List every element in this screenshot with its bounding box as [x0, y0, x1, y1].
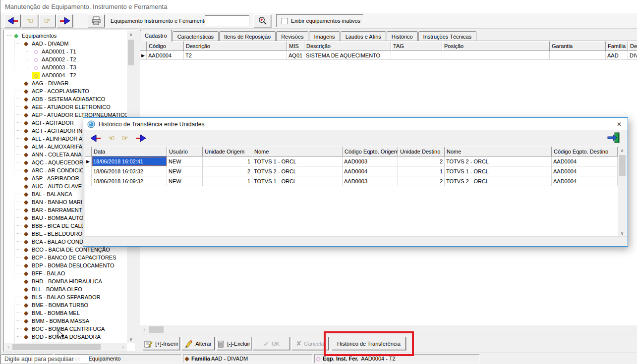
- cell[interactable]: NEW: [167, 176, 203, 186]
- column-header-tag[interactable]: TAG: [391, 41, 442, 51]
- column-header-familia[interactable]: Família: [606, 41, 628, 51]
- tree-item-arc[interactable]: ◆ARC - AR CONDICIO: [17, 166, 84, 174]
- tree-item-bcp[interactable]: ◆BCP - BANCO DE CAPACITORES: [17, 254, 116, 261]
- tab-itens-de-reposicao[interactable]: Itens de Reposição: [219, 31, 276, 42]
- cell[interactable]: TOTVS 1 - ORCL: [445, 166, 552, 176]
- tree-item-agt[interactable]: ◆AGT - AGITADOR IN: [17, 127, 82, 135]
- column-header-nome[interactable]: Nome: [252, 147, 343, 156]
- tree-item-alm[interactable]: ◆ALM - ALMOXARIFA: [17, 143, 82, 151]
- inserir-button[interactable]: [+]-Inserir: [143, 337, 180, 350]
- selector-column-header[interactable]: [85, 147, 92, 156]
- cell[interactable]: 18/06/2018 16:03:32: [92, 166, 167, 176]
- table-row[interactable]: ▶AAD0004T2AQ01SISTEMA DE AQUECIMENTOAADD…: [140, 51, 637, 60]
- tree-item-bmm[interactable]: ◆BMM - BOMBA MASSA: [17, 317, 89, 325]
- exit-door-icon[interactable]: [607, 132, 621, 144]
- tree-item-bll[interactable]: ◆BLL - BOMBA OLEO: [17, 285, 82, 293]
- cell[interactable]: 18/06/2018 16:09:32: [92, 176, 167, 186]
- tree-item-aad0001[interactable]: ◇AAD0001 - T1: [27, 48, 76, 55]
- cell[interactable]: AAD0003: [343, 176, 398, 186]
- tree-item-boc[interactable]: ◆BOC - BOMBA CENTRIFUGA: [17, 325, 105, 333]
- scroll-right-icon[interactable]: ›: [119, 343, 127, 351]
- selector-column-header[interactable]: [140, 41, 147, 51]
- column-header-unidade-origem[interactable]: Unidade Origem: [203, 147, 252, 156]
- next-record-icon[interactable]: ☞: [121, 135, 128, 142]
- cell[interactable]: AAD0004: [552, 176, 618, 186]
- tree-item-auc[interactable]: ◆AUC - AUTO CLAVE: [17, 182, 82, 190]
- prior-record-icon[interactable]: ☜: [108, 135, 115, 142]
- first-record-button[interactable]: [4, 14, 21, 27]
- tree-item-aee[interactable]: ◆AEE - ATUADOR ELETRONICO: [17, 103, 111, 111]
- table-row[interactable]: ▶18/06/2018 16:02:41NEW1TOTVS 1 - ORCLAA…: [85, 156, 619, 166]
- tree-item-bbe[interactable]: ◆BBE - BEBEDOURO: [17, 230, 82, 238]
- tab-imagens[interactable]: Imagens: [309, 31, 340, 42]
- tree-item-bhd[interactable]: ◆BHD - BOMBA HIDRAULICA: [17, 277, 102, 285]
- cell[interactable]: TOTVS 2 - ORCL: [445, 176, 552, 186]
- cell[interactable]: [442, 51, 550, 60]
- cell[interactable]: AAD0004: [147, 51, 184, 60]
- tab-caracteristicas[interactable]: Características: [173, 31, 219, 42]
- alterar-button[interactable]: Alterar: [181, 337, 215, 350]
- cell[interactable]: 1: [203, 176, 252, 186]
- tree-hscroll-thumb[interactable]: [12, 344, 101, 350]
- cell[interactable]: 1: [398, 166, 445, 176]
- table-row[interactable]: 18/06/2018 16:03:32NEW2TOTVS 2 - ORCLAAD…: [85, 166, 619, 176]
- column-header-nome[interactable]: Nome: [445, 147, 552, 156]
- tree-vscroll-thumb[interactable]: [128, 40, 134, 65]
- column-header-mis[interactable]: MIS: [287, 41, 304, 51]
- cell[interactable]: DIV: [628, 51, 637, 60]
- search-button[interactable]: [253, 14, 271, 27]
- cell[interactable]: AAD: [606, 51, 628, 60]
- tree-item-aag[interactable]: ◆AAG - DIVAGR: [17, 79, 68, 87]
- grid-hscroll-thumb[interactable]: [149, 326, 164, 333]
- excluir-button[interactable]: [-]-Excluir: [216, 337, 251, 350]
- column-header-codigo-eqpto-origem[interactable]: Código Eqpto. Origem: [343, 147, 398, 156]
- scroll-left-icon[interactable]: ‹: [4, 343, 12, 351]
- scroll-down-icon[interactable]: ∨: [127, 335, 135, 343]
- cell[interactable]: AAD0004: [552, 156, 618, 166]
- tree-item-aad0003[interactable]: ◇AAD0003 - T3: [27, 63, 76, 71]
- tree-item-acp[interactable]: ◆ACP - ACOPLAMENTO: [17, 87, 89, 95]
- column-header-garantia[interactable]: Garantia: [550, 41, 606, 51]
- tree-item-aqc[interactable]: ◆AQC - AQUECEDOR: [17, 158, 83, 166]
- cell[interactable]: TOTVS 1 - ORCL: [252, 176, 343, 186]
- tree-item-bca[interactable]: ◆BCA - BALAO COND: [17, 238, 83, 246]
- tab-laudos-e-afins[interactable]: Laudos e Afins: [341, 31, 386, 42]
- cell[interactable]: AAD0004: [343, 166, 398, 176]
- tree-item-all[interactable]: ◆ALL - ALINHADOR A: [17, 135, 82, 143]
- tab-instrucoes-tecnicas[interactable]: Instruções Técnicas: [418, 31, 477, 42]
- taskbar-search-tooltip[interactable]: Digite aqui para pesquisar: [0, 355, 89, 364]
- tree-item-aad0002[interactable]: ◇AAD0002 - T2: [27, 55, 76, 63]
- cell[interactable]: 1: [203, 156, 252, 166]
- tree-item-asp[interactable]: ◆ASP - ASPIRADOR: [17, 174, 79, 182]
- table-row[interactable]: 18/06/2018 16:09:32NEW1TOTVS 1 - ORCLAAD…: [85, 176, 619, 186]
- scroll-left-icon[interactable]: ‹: [140, 325, 148, 334]
- dialog-vscroll-thumb[interactable]: [619, 155, 626, 176]
- dialog-close-button[interactable]: ✕: [611, 118, 628, 130]
- column-header-unidade-destino[interactable]: Unidade Destino: [398, 147, 445, 156]
- tree-item-bff[interactable]: ◆BFF - BALAO: [17, 269, 65, 277]
- cell[interactable]: 2: [398, 156, 445, 166]
- tree-item-agi[interactable]: ◆AGI - AGITADOR: [17, 119, 74, 127]
- cell[interactable]: T2: [184, 51, 287, 60]
- scroll-up-icon[interactable]: ∧: [618, 147, 626, 155]
- tree-item-aad0004[interactable]: ◇AAD0004 - T2: [27, 71, 76, 79]
- tree-item-bme[interactable]: ◆BME - BOMBA TURBO: [17, 301, 88, 309]
- inactive-checkbox[interactable]: [282, 18, 288, 24]
- tree-item-bal[interactable]: ◆BAL - BALANCA: [17, 190, 72, 198]
- tree-item-bbb[interactable]: ◆BBB - BICA DE CALD: [17, 222, 85, 230]
- cell[interactable]: SISTEMA DE AQUECIMENTO: [304, 51, 391, 60]
- cell[interactable]: 18/06/2018 16:02:41: [92, 156, 167, 166]
- cell[interactable]: NEW: [167, 156, 203, 166]
- tree-item-bau[interactable]: ◆BAU - BOMBA AUTO: [17, 214, 83, 222]
- tree-item-bls[interactable]: ◆BLS - BALAO SEPARADOR: [17, 293, 101, 301]
- prior-record-button[interactable]: ☜: [22, 14, 38, 27]
- tree-item-equipamentos[interactable]: ◆Equipamentos: [7, 32, 57, 40]
- cell[interactable]: TOTVS 2 - ORCL: [445, 156, 552, 166]
- cell[interactable]: TOTVS 1 - ORCL: [252, 156, 343, 166]
- tree-item-bar[interactable]: ◆BAR - BARRAMENT: [17, 206, 82, 214]
- last-record-icon[interactable]: [135, 134, 146, 142]
- tree-item-bml[interactable]: ◆BML - BOMBA MEL: [17, 309, 80, 317]
- cell[interactable]: TOTVS 2 - ORCL: [252, 166, 343, 176]
- scroll-up-icon[interactable]: ∧: [127, 31, 135, 39]
- cell[interactable]: 2: [203, 166, 252, 176]
